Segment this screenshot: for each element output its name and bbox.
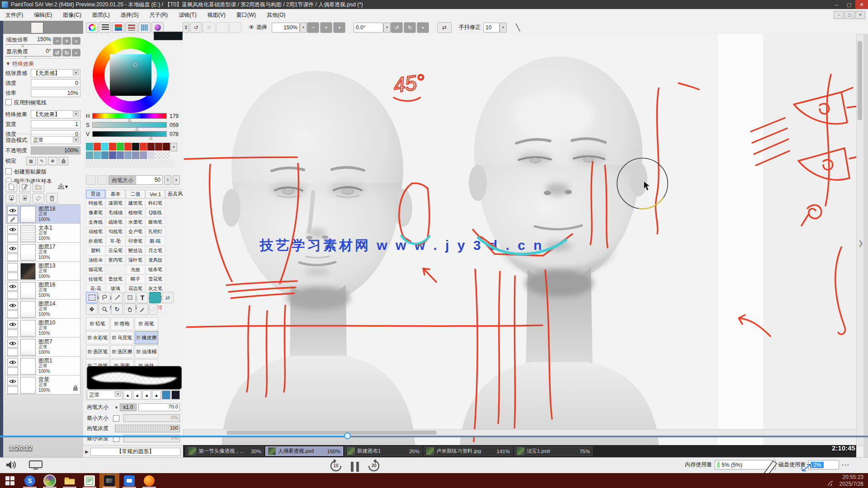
video-progress-handle[interactable] [344,432,351,439]
lock-paint-icon[interactable]: ✎ [37,157,47,165]
tool-move[interactable]: ✥ [86,304,98,315]
opacity-slider[interactable]: 100% [31,146,80,155]
brush-preset[interactable]: 室内笔 [106,256,125,265]
brush-tip-1[interactable]: ▲ [123,390,132,399]
brush-preset[interactable]: 帽子 [126,275,145,284]
doc-restore-button[interactable]: ▢ [844,11,854,19]
doc-close-button[interactable]: ✕ [855,11,865,19]
brush-tip-2[interactable]: ▲ [133,390,142,399]
brush-tab-二值[interactable]: 二值 [126,190,145,198]
lock-move-icon[interactable]: ✥ [48,157,57,165]
color-swatch[interactable] [124,143,132,150]
layer-row[interactable]: 图层7 正常 100% [5,338,80,357]
color-swatch[interactable] [109,151,116,159]
palette-prev-button[interactable] [86,175,96,185]
new-pen-layer-button[interactable] [19,182,31,192]
lock-all-icon[interactable] [59,157,68,165]
taskbar-icon-start[interactable] [0,473,20,488]
rotate-reset-button[interactable]: ▪ [417,22,429,33]
speaker-icon[interactable] [5,460,17,470]
angle-field[interactable]: 0.0° [354,23,383,33]
layer-row[interactable]: 图层13 正常 100% [5,262,80,281]
tool-lasso[interactable] [99,292,110,303]
tool-color-picker[interactable] [137,304,148,315]
color-swatch[interactable] [140,151,147,159]
nav-zoom-slider[interactable]: 缩放倍率 150% △ [5,36,52,45]
folder-expand-arrow[interactable]: ▶ [83,449,90,454]
canvas-area[interactable]: 技艺学习素材网 w w w . j y 3 d . c n [183,34,856,445]
brush-preset[interactable]: 疏络笔 [106,218,125,227]
brush-tool-铅笔[interactable]: 铅笔 [86,317,109,330]
color-swatch[interactable] [155,143,162,150]
brush-preset[interactable]: 植物笔 [126,208,145,217]
panel-color-wheel-toggle[interactable] [86,22,98,33]
brush-preset[interactable]: 蒲叶笔 [126,256,145,265]
brush-preset[interactable]: 龙凤纹 [146,256,165,265]
color-swatch[interactable] [147,151,155,159]
layer-row[interactable]: 图层18 正常 100% [5,204,80,224]
close-button[interactable]: ✕ [855,0,868,9]
new-folder-button[interactable] [33,182,44,192]
color-swatch[interactable] [109,143,116,150]
menu-item-1[interactable]: 编辑(E) [28,9,57,21]
brush-preset[interactable]: 全身线 [86,218,105,227]
brush-tool-选区笔[interactable]: 选区笔 [86,345,109,358]
pause-button[interactable] [351,460,359,472]
brush-preset[interactable]: 油纸伞 [86,256,105,265]
menu-item-0[interactable]: 文件(F) [0,9,28,21]
brush-preset[interactable]: 折扇笔 [86,237,105,246]
clipping-mask-checkbox[interactable] [5,168,12,174]
layer-row[interactable]: 图层16 正常 100% [5,281,80,300]
rotate-cw-button[interactable]: ↻ [404,22,416,33]
apply-pen-checkbox[interactable] [5,99,12,105]
menu-item-3[interactable]: 图层(L) [87,9,115,21]
nav-rotate-reset-button[interactable]: ▪ [72,49,80,56]
nav-zoom-in-button[interactable]: + [62,37,71,45]
color-swatch[interactable] [147,143,155,150]
document-tab[interactable]: 法宝1.psd 75% [514,446,593,456]
display-icon[interactable] [29,460,42,470]
layer-sub-toggle[interactable] [7,272,18,280]
hscroll-handle[interactable] [226,431,437,435]
layer-sub-toggle[interactable] [7,253,18,261]
brush-preset[interactable]: 光效 [126,265,145,274]
nav-rotate-cw-button[interactable]: ↻ [62,49,71,56]
brush-tool-选区擦[interactable]: 选区擦 [110,345,134,358]
brush-preset[interactable]: 孔明灯 [146,227,165,236]
taskbar-icon-firefox[interactable] [139,473,159,488]
brush-tool-橡皮擦[interactable]: 橡皮擦 [135,331,158,344]
special-effects-header[interactable]: ▼ 特殊效果 [5,60,34,68]
doc-minimize-button[interactable]: – [834,11,844,19]
tool-select-rect[interactable] [86,292,98,303]
nav-zoom-out-button[interactable]: − [53,37,61,45]
taskbar-icon-player[interactable] [99,473,119,488]
tool-zoom[interactable] [99,304,110,315]
layer-visibility-toggle[interactable] [7,301,18,310]
menu-item-4[interactable]: 选择(S) [115,9,144,21]
brush-tip-3[interactable]: ▲ [142,390,151,399]
color-swatch[interactable] [132,151,139,159]
brush-preset[interactable]: Q版线 [146,208,165,217]
brush-tool-水彩笔[interactable]: 水彩笔 [86,331,109,344]
menu-item-5[interactable]: 尺子(R) [144,9,174,21]
menu-item-9[interactable]: 其他(O) [261,9,291,21]
brush-preset[interactable]: 拉链笔 [86,275,105,284]
brush-preset[interactable]: 月之笔 [146,246,165,255]
stabilizer-dropdown[interactable]: ▾ [500,23,507,33]
saturation-value-square[interactable] [110,54,151,96]
panel-brush-toggle[interactable] [151,22,164,33]
zoom-in-button[interactable]: + [320,22,332,33]
taskbar-icon-sogou[interactable]: S [20,473,40,488]
color-swatch-empty[interactable] [163,151,170,159]
layer-visibility-toggle[interactable] [7,244,18,253]
brush-preset[interactable]: 动植笔 [86,227,105,236]
current-color-swatch[interactable] [149,292,161,303]
density-slider[interactable]: 100 [115,425,180,432]
brush-preset[interactable]: 像素笔 [86,208,105,217]
line-tool-icon[interactable]: ╲ [516,23,520,32]
zoom-out-button[interactable]: − [307,22,319,33]
min-size-checkbox[interactable] [113,415,119,422]
menu-item-7[interactable]: 视图(V) [202,9,231,21]
nav-rotate-ccw-button[interactable]: ↺ [53,49,61,56]
brush-preset[interactable]: 科幻笔 [146,199,165,208]
